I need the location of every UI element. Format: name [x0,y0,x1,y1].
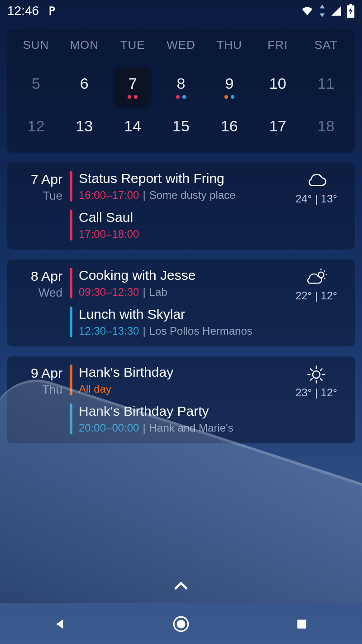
day-cell[interactable]: 8 [157,65,205,108]
day-label: TUE [109,38,157,52]
date-column: 9 AprThu [7,365,70,434]
agenda-list: 7 AprTueStatus Report with Fring16:00–17… [7,163,355,443]
event-item[interactable]: Call Saul17:00–18:00 [70,210,287,240]
sun-icon [287,365,346,384]
event-location: Lab [149,286,167,298]
svg-line-13 [320,369,322,370]
day-number: 9 [225,75,233,92]
event-item[interactable]: Status Report with Fring16:00–17:00|Some… [70,171,287,202]
day-number: 8 [177,75,186,92]
weather-column: 23° | 12° [287,365,346,434]
day-cell[interactable]: 13 [60,115,109,143]
event-dots [176,95,186,99]
event-title: Hank's Birthday Party [79,404,281,419]
day-cell[interactable]: 9 [205,65,253,108]
temperature: 24° | 13° [287,192,346,205]
day-label: WED [157,38,205,52]
separator: | [143,325,145,337]
day-cell[interactable]: 6 [60,65,109,108]
event-dots [128,95,138,99]
agenda-day-card[interactable]: 8 AprWedCooking with Jesse09:30–12:30|La… [7,260,355,346]
agenda-day-card[interactable]: 9 AprThuHank's BirthdayAll dayHank's Bir… [7,356,355,443]
app-drawer-handle[interactable] [0,577,362,595]
day-number: 17 [269,117,286,135]
event-meta: All day [79,383,281,395]
signal-icon [330,5,342,17]
home-button[interactable] [170,613,192,635]
event-color-bar [70,307,72,337]
temperature: 23° | 12° [287,386,346,399]
day-number: 11 [318,75,335,92]
weather-column: 24° | 13° [287,171,346,240]
day-cell[interactable]: 11 [302,65,350,108]
day-cell[interactable]: 17 [253,115,302,143]
svg-line-4 [324,278,325,279]
date-column: 8 AprWed [7,268,70,337]
event-title: Cooking with Jesse [79,268,281,283]
event-item[interactable]: Hank's Birthday Party20:00–00:00|Hank an… [70,404,287,434]
notification-app-icon [46,5,58,17]
day-number: 14 [124,117,141,135]
event-title: Call Saul [79,210,281,225]
event-item[interactable]: Cooking with Jesse09:30–12:30|Lab [70,268,287,298]
day-number: 18 [318,117,335,135]
clock: 12:46 [7,4,39,18]
event-meta: 12:30–13:30|Los Pollos Hermanos [79,325,281,337]
event-time: 17:00–18:00 [79,228,139,240]
event-dot [182,95,186,99]
temperature: 22° | 12° [287,289,346,302]
day-cell[interactable]: 15 [157,115,205,143]
day-cell[interactable]: 7 [109,65,157,108]
event-color-bar [70,404,72,434]
agenda-day-card[interactable]: 7 AprTueStatus Report with Fring16:00–17… [7,163,355,250]
calendar-widget[interactable]: SUNMONTUEWEDTHUFRISAT 567891011121314151… [7,29,355,153]
day-number: 13 [76,117,93,135]
event-dot [231,95,234,99]
weekday-label: Tue [7,189,62,203]
day-number: 16 [221,117,238,135]
event-color-bar [70,171,72,202]
battery-charging-icon [347,4,355,18]
event-color-bar [70,210,72,240]
week-header: SUNMONTUEWEDTHUFRISAT [12,38,350,52]
svg-point-5 [313,371,320,378]
event-meta: 17:00–18:00 [79,228,281,240]
day-number: 10 [269,75,286,92]
separator: | [143,189,145,201]
day-cell[interactable]: 16 [205,115,253,143]
day-cell[interactable]: 14 [109,115,157,143]
date-label: 8 Apr [7,269,62,284]
day-number: 7 [129,75,137,92]
events-column: Cooking with Jesse09:30–12:30|LabLunch w… [70,268,287,337]
recents-button[interactable] [291,613,313,635]
back-button[interactable] [49,613,71,635]
svg-line-3 [324,270,325,271]
day-label: SUN [12,38,60,52]
event-time: 12:30–13:30 [79,325,139,337]
date-column: 7 AprTue [7,171,70,240]
events-column: Status Report with Fring16:00–17:00|Some… [70,171,287,240]
event-item[interactable]: Lunch with Skylar12:30–13:30|Los Pollos … [70,307,287,337]
separator: | [143,286,145,298]
event-title: Hank's Birthday [79,365,281,380]
event-color-bar [70,268,72,298]
weather-column: 22° | 12° [287,268,346,337]
weekday-label: Wed [7,286,62,300]
event-meta: 09:30–12:30|Lab [79,286,281,298]
event-dot [134,95,138,99]
day-cell[interactable]: 10 [253,65,302,108]
day-label: MON [60,38,109,52]
navigation-bar [0,604,362,644]
svg-rect-16 [297,620,306,629]
day-label: SAT [302,38,350,52]
day-number: 5 [32,75,40,92]
event-dot [224,95,228,99]
event-time: All day [79,383,111,395]
event-dot [128,95,131,99]
day-cell[interactable]: 12 [12,115,60,143]
event-item[interactable]: Hank's BirthdayAll day [70,365,287,395]
day-cell[interactable]: 5 [12,65,60,108]
event-dots [224,95,234,99]
event-meta: 20:00–00:00|Hank and Marie's [79,422,281,434]
day-cell[interactable]: 18 [302,115,350,143]
